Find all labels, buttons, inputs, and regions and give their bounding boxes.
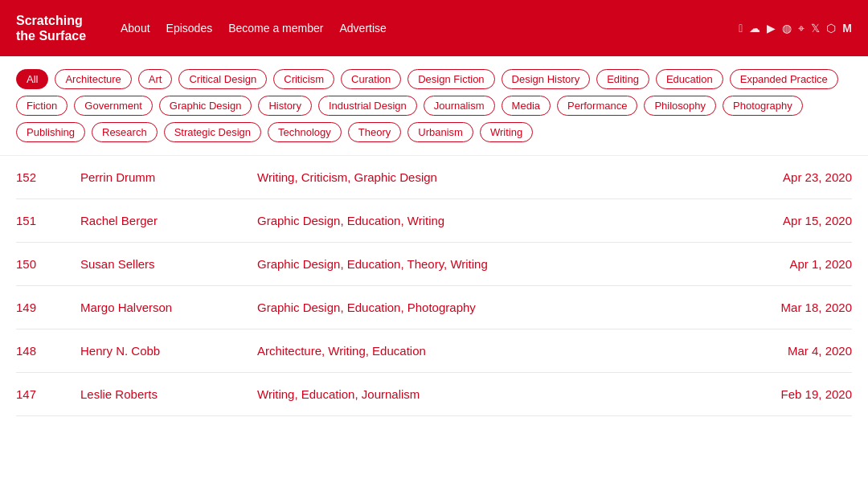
episode-tags: Architecture, Writing, Education: [257, 344, 723, 358]
episode-number: 151: [16, 214, 80, 227]
site-logo: Scratching the Surface: [16, 13, 96, 43]
episode-date: Mar 4, 2020: [723, 344, 852, 358]
tag-architecture[interactable]: Architecture: [55, 69, 131, 89]
tag-strategic-design[interactable]: Strategic Design: [164, 122, 261, 142]
spotify-icon[interactable]: ◍: [782, 22, 792, 35]
episode-name[interactable]: Rachel Berger: [80, 214, 257, 227]
episode-name[interactable]: Henry N. Cobb: [80, 344, 257, 358]
tag-philosophy[interactable]: Philosophy: [644, 96, 716, 116]
episode-number: 150: [16, 257, 80, 271]
tag-art[interactable]: Art: [138, 69, 173, 89]
episode-number: 148: [16, 344, 80, 358]
tag-history[interactable]: History: [258, 96, 311, 116]
episode-row: 148Henry N. CobbArchitecture, Writing, E…: [16, 329, 852, 373]
tag-photography[interactable]: Photography: [723, 96, 803, 116]
twitter-icon[interactable]: 𝕏: [811, 22, 820, 35]
tag-critical-design[interactable]: Critical Design: [178, 69, 267, 89]
tag-editing[interactable]: Editing: [596, 69, 649, 89]
nav-member[interactable]: Become a member: [228, 22, 323, 35]
filter-row-3: PublishingResearchStrategic DesignTechno…: [16, 122, 852, 142]
tag-industrial-design[interactable]: Industrial Design: [318, 96, 417, 116]
tag-performance[interactable]: Performance: [557, 96, 637, 116]
nav-advertise[interactable]: Advertise: [339, 22, 386, 35]
episode-date: Apr 15, 2020: [723, 214, 852, 227]
tag-media[interactable]: Media: [502, 96, 551, 116]
site-header: Scratching the Surface About Episodes Be…: [0, 0, 868, 56]
medium-icon[interactable]: M: [842, 22, 852, 35]
nav-episodes[interactable]: Episodes: [166, 22, 213, 35]
tag-writing[interactable]: Writing: [480, 122, 533, 142]
tag-filters: AllArchitectureArtCritical DesignCritici…: [0, 56, 868, 156]
episode-tags: Graphic Design, Education, Theory, Writi…: [257, 257, 723, 271]
main-nav: About Episodes Become a member Advertise: [121, 22, 739, 35]
rss-icon[interactable]: ⌖: [798, 22, 805, 35]
episode-name[interactable]: Leslie Roberts: [80, 387, 257, 401]
tag-all[interactable]: All: [16, 69, 48, 89]
filter-row-1: AllArchitectureArtCritical DesignCritici…: [16, 69, 852, 89]
tag-criticism[interactable]: Criticism: [273, 69, 334, 89]
tag-research[interactable]: Research: [92, 122, 158, 142]
social-links:  ☁ ▶ ◍ ⌖ 𝕏 ⬡ M: [739, 22, 852, 35]
episode-tags: Writing, Education, Journalism: [257, 387, 723, 401]
episode-row: 150Susan SellersGraphic Design, Educatio…: [16, 243, 852, 286]
soundcloud-icon[interactable]: ☁: [749, 22, 760, 35]
tag-theory[interactable]: Theory: [348, 122, 401, 142]
episode-tags: Graphic Design, Education, Writing: [257, 214, 723, 227]
episode-date: Feb 19, 2020: [723, 387, 852, 401]
apple-podcasts-icon[interactable]: : [739, 22, 743, 35]
tag-design-history[interactable]: Design History: [502, 69, 591, 89]
instagram-icon[interactable]: ⬡: [826, 22, 836, 35]
episode-number: 147: [16, 387, 80, 401]
tag-publishing[interactable]: Publishing: [16, 122, 85, 142]
episode-list: 152Perrin DrummWriting, Criticism, Graph…: [0, 156, 868, 416]
episode-date: Mar 18, 2020: [723, 301, 852, 314]
episode-name[interactable]: Perrin Drumm: [80, 170, 257, 184]
nav-about[interactable]: About: [121, 22, 150, 35]
episode-row: 151Rachel BergerGraphic Design, Educatio…: [16, 199, 852, 243]
episode-tags: Graphic Design, Education, Photography: [257, 301, 723, 314]
episode-number: 149: [16, 301, 80, 314]
episode-row: 147Leslie RobertsWriting, Education, Jou…: [16, 373, 852, 416]
tag-urbanism[interactable]: Urbanism: [407, 122, 473, 142]
episode-row: 149Margo HalversonGraphic Design, Educat…: [16, 286, 852, 329]
tag-design-fiction[interactable]: Design Fiction: [407, 69, 494, 89]
google-play-icon[interactable]: ▶: [767, 22, 776, 35]
tag-technology[interactable]: Technology: [268, 122, 342, 142]
tag-fiction[interactable]: Fiction: [16, 96, 68, 116]
tag-education[interactable]: Education: [656, 69, 723, 89]
tag-graphic-design[interactable]: Graphic Design: [159, 96, 252, 116]
episode-date: Apr 23, 2020: [723, 170, 852, 184]
episode-tags: Writing, Criticism, Graphic Design: [257, 170, 723, 184]
episode-name[interactable]: Margo Halverson: [80, 301, 257, 314]
episode-name[interactable]: Susan Sellers: [80, 257, 257, 271]
episode-date: Apr 1, 2020: [723, 257, 852, 271]
tag-curation[interactable]: Curation: [341, 69, 401, 89]
tag-journalism[interactable]: Journalism: [424, 96, 495, 116]
tag-expanded-practice[interactable]: Expanded Practice: [730, 69, 838, 89]
episode-row: 152Perrin DrummWriting, Criticism, Graph…: [16, 156, 852, 199]
tag-government[interactable]: Government: [74, 96, 153, 116]
filter-row-2: FictionGovernmentGraphic DesignHistoryIn…: [16, 96, 852, 116]
episode-number: 152: [16, 170, 80, 184]
